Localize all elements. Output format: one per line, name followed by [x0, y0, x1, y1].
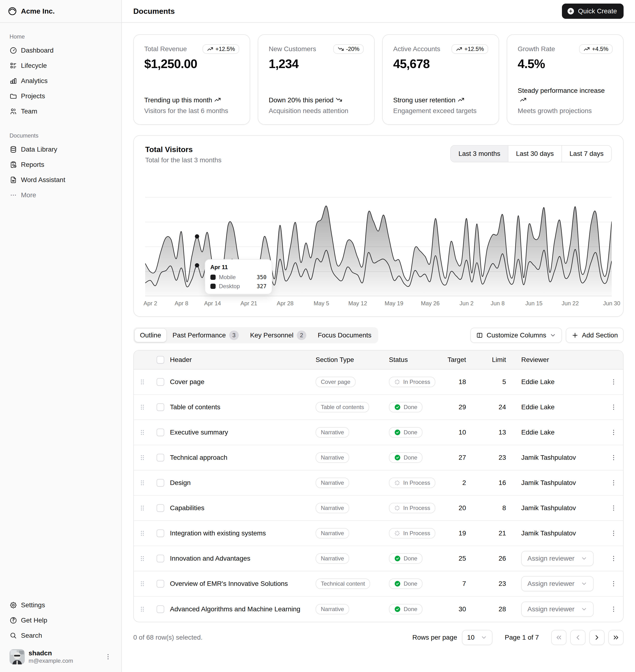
view-tabs: OutlinePast Performance3Key Personnel2Fo… [133, 327, 378, 343]
row-checkbox[interactable] [157, 605, 164, 613]
row-menu-button[interactable] [607, 426, 620, 439]
target-value: 2 [439, 479, 474, 487]
sidebar-item-search[interactable]: Search [6, 628, 116, 643]
row-menu-button[interactable] [607, 401, 620, 414]
row-menu-button[interactable] [607, 577, 620, 590]
table-row: Innovation and AdvantagesNarrativeDone25… [134, 546, 623, 572]
sidebar-item-data-library[interactable]: Data Library [6, 142, 116, 157]
customize-columns-button[interactable]: Customize Columns [470, 328, 562, 343]
user-menu[interactable]: shadcn m@example.com [6, 646, 116, 667]
range-button-last-3-months[interactable]: Last 3 months [451, 145, 508, 162]
sidebar-item-team[interactable]: Team [6, 104, 116, 119]
drag-handle[interactable] [138, 605, 147, 613]
folder-icon [9, 92, 17, 100]
drag-handle[interactable] [138, 554, 147, 563]
tab-past-performance[interactable]: Past Performance3 [167, 329, 244, 342]
top-header: Documents Quick Create [122, 0, 635, 23]
chart-subtitle: Total for the last 3 months [145, 156, 222, 164]
first-page-button[interactable] [551, 630, 566, 645]
row-checkbox[interactable] [157, 555, 164, 562]
range-button-last-7-days[interactable]: Last 7 days [562, 145, 611, 162]
sidebar-item-label: Projects [21, 92, 45, 100]
sidebar-item-get-help[interactable]: Get Help [6, 613, 116, 628]
drag-handle[interactable] [138, 478, 147, 487]
row-checkbox[interactable] [157, 479, 164, 487]
select-all-checkbox[interactable] [157, 356, 164, 364]
row-header-link[interactable]: Cover page [170, 378, 315, 386]
assign-reviewer-select[interactable]: Assign reviewer [521, 576, 594, 591]
chevron-right-icon [593, 634, 601, 641]
sidebar-item-lifecycle[interactable]: Lifecycle [6, 58, 116, 73]
row-checkbox[interactable] [157, 429, 164, 436]
sidebar-item-dashboard[interactable]: Dashboard [6, 43, 116, 58]
previous-page-button[interactable] [570, 630, 586, 645]
next-page-button[interactable] [589, 630, 605, 645]
sidebar-item-more[interactable]: More [6, 187, 116, 203]
row-menu-button[interactable] [607, 603, 620, 616]
chevron-left-icon [574, 634, 582, 641]
stat-card-value: $1,250.00 [144, 57, 239, 71]
stat-card-value: 1,234 [269, 57, 364, 71]
limit-value: 28 [474, 605, 513, 613]
row-header-link[interactable]: Advanced Algorithms and Machine Learning [170, 605, 315, 613]
drag-handle[interactable] [138, 428, 147, 436]
row-checkbox[interactable] [157, 378, 164, 386]
x-axis-tick: Apr 8 [175, 300, 188, 307]
range-button-last-30-days[interactable]: Last 30 days [508, 145, 562, 162]
row-header-link[interactable]: Capabilities [170, 504, 315, 512]
sidebar-item-projects[interactable]: Projects [6, 89, 116, 104]
row-menu-button[interactable] [607, 375, 620, 388]
stat-card-trend-text: Trending up this month [144, 95, 239, 105]
row-checkbox[interactable] [157, 403, 164, 411]
brand-menu[interactable]: Acme Inc. [0, 0, 122, 23]
drag-handle[interactable] [138, 504, 147, 512]
target-value: 20 [439, 504, 474, 512]
row-menu-button[interactable] [607, 451, 620, 464]
row-checkbox[interactable] [157, 454, 164, 462]
assign-reviewer-select[interactable]: Assign reviewer [521, 602, 594, 617]
tab-focus-documents[interactable]: Focus Documents [312, 329, 377, 342]
sidebar-item-word-assistant[interactable]: Word Assistant [6, 172, 116, 187]
trend-up-icon [457, 96, 465, 103]
row-menu-button[interactable] [607, 527, 620, 540]
row-menu-button[interactable] [607, 501, 620, 515]
drag-handle[interactable] [138, 579, 147, 588]
sidebar-item-reports[interactable]: Reports [6, 157, 116, 172]
sidebar-item-label: Lifecycle [21, 62, 47, 69]
active-dot [195, 263, 199, 267]
row-header-link[interactable]: Technical approach [170, 454, 315, 462]
grip-icon [138, 403, 146, 411]
kebab-icon [610, 530, 617, 537]
drag-handle[interactable] [138, 378, 147, 386]
rows-per-page-select[interactable]: 10 [462, 630, 492, 645]
row-checkbox[interactable] [157, 530, 164, 537]
row-header-link[interactable]: Table of contents [170, 403, 315, 411]
row-header-link[interactable]: Innovation and Advantages [170, 555, 315, 562]
sidebar-item-analytics[interactable]: Analytics [6, 73, 116, 89]
sidebar-item-settings[interactable]: Settings [6, 598, 116, 613]
row-checkbox[interactable] [157, 580, 164, 587]
tab-key-personnel[interactable]: Key Personnel2 [245, 329, 311, 342]
loader-icon [394, 379, 400, 385]
add-section-button[interactable]: Add Section [566, 328, 623, 343]
row-header-link[interactable]: Design [170, 479, 315, 487]
sidebar-footer: SettingsGet HelpSearch shadcn m@example.… [0, 594, 122, 672]
quick-create-button[interactable]: Quick Create [562, 4, 623, 19]
limit-value: 21 [474, 530, 513, 537]
row-checkbox[interactable] [157, 504, 164, 512]
row-header-link[interactable]: Integration with existing systems [170, 530, 315, 537]
row-menu-button[interactable] [607, 476, 620, 490]
tab-outline[interactable]: Outline [135, 329, 167, 342]
row-header-link[interactable]: Executive summary [170, 429, 315, 436]
last-page-button[interactable] [608, 630, 623, 645]
drag-handle[interactable] [138, 529, 147, 538]
assign-reviewer-select[interactable]: Assign reviewer [521, 551, 594, 566]
section-type-badge: Cover page [315, 377, 356, 387]
row-header-link[interactable]: Overview of EMR's Innovative Solutions [170, 580, 315, 587]
drag-handle[interactable] [138, 403, 147, 411]
row-menu-button[interactable] [607, 552, 620, 565]
drag-handle[interactable] [138, 453, 147, 462]
table-footer: 0 of 68 row(s) selected. Rows per page 1… [133, 630, 623, 645]
trend-badge: +12.5% [202, 44, 239, 54]
table-row: Cover pageCover pageIn Process185Eddie L… [134, 369, 623, 395]
